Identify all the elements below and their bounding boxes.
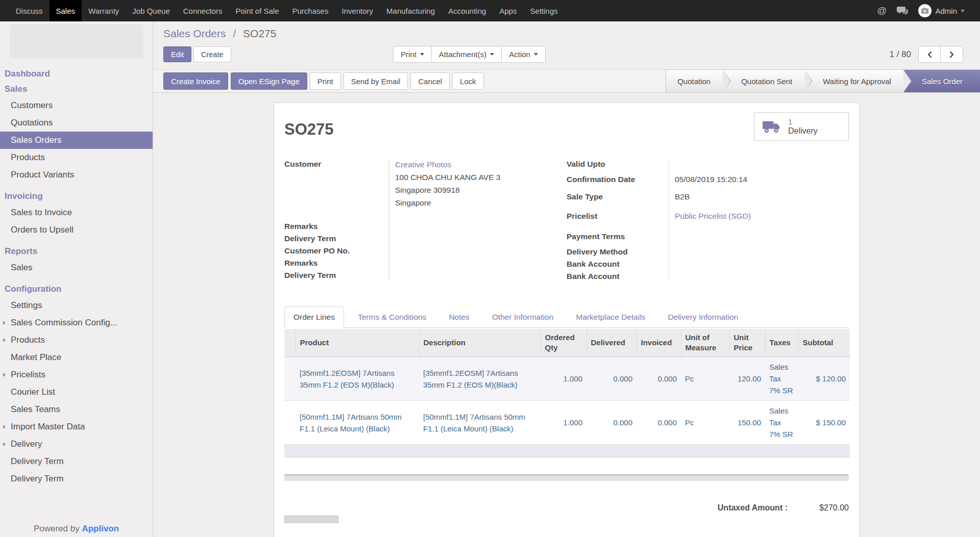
menu-warranty[interactable]: Warranty xyxy=(82,0,126,21)
sidebar-item-sales-teams[interactable]: Sales Teams xyxy=(0,401,153,418)
menu-accounting[interactable]: Accounting xyxy=(442,0,493,21)
group-separator xyxy=(389,159,389,282)
empty-line-row[interactable] xyxy=(284,445,850,457)
mentions-icon[interactable]: @ xyxy=(877,5,887,16)
chevron-down-icon xyxy=(534,53,538,56)
stage-waiting-for-approval[interactable]: Waiting for Approval xyxy=(804,70,903,92)
menu-inventory[interactable]: Inventory xyxy=(335,0,380,21)
cell-delivered: 0.000 xyxy=(586,401,636,445)
user-menu[interactable]: Admin xyxy=(918,4,965,17)
col-ordered-qty: Ordered Qty xyxy=(541,329,586,357)
cell-taxes: Sales Tax 7% SR xyxy=(765,401,798,445)
stage-sales-order[interactable]: Sales Order xyxy=(903,70,980,92)
customer-link[interactable]: Creative Photos xyxy=(395,158,567,171)
delivery-term2-label: Delivery Term xyxy=(284,269,389,282)
order-line-row[interactable]: [35mmf1.2EOSM] 7Artisans 35mm F1.2 (EOS … xyxy=(284,357,850,401)
customer-po-no-value xyxy=(389,245,567,257)
sidebar-item-products[interactable]: Products xyxy=(0,149,153,166)
pager-next-button[interactable] xyxy=(941,46,963,63)
pricelist-link[interactable]: Public Pricelist (SGD) xyxy=(669,210,849,222)
menu-job-queue[interactable]: Job Queue xyxy=(126,0,176,21)
cell-product: [35mmf1.2EOSM] 7Artisans 35mm F1.2 (EOS … xyxy=(296,357,419,401)
col-delivered: Delivered xyxy=(586,329,636,357)
sidebar-item-import-master-data[interactable]: Import Master Data xyxy=(0,418,153,436)
sidebar-item-delivery-term-1[interactable]: Delivery Term xyxy=(0,453,153,470)
expand-arrow-icon xyxy=(3,425,6,429)
remarks-label: Remarks xyxy=(284,220,389,233)
menu-discuss[interactable]: Discuss xyxy=(9,0,50,21)
cell-product: [50mmf1.1M] 7Artisans 50mm F1.1 (Leica M… xyxy=(296,401,419,445)
sidebar-item-courier-list[interactable]: Courier List xyxy=(0,383,153,401)
sidebar-header-invoicing: Invoicing xyxy=(0,189,153,204)
menu-purchases[interactable]: Purchases xyxy=(286,0,335,21)
sidebar-item-pricelists[interactable]: Pricelists xyxy=(0,366,153,383)
sidebar-header-configuration: Configuration xyxy=(0,282,153,297)
sidebar-item-sales-commission-config[interactable]: Sales Commission Config... xyxy=(0,314,153,331)
pager-previous-button[interactable] xyxy=(918,46,941,63)
notebook-tabs: Order Lines Terms & Conditions Notes Oth… xyxy=(284,307,849,328)
sidebar-item-customers[interactable]: Customers xyxy=(0,97,153,114)
menu-apps[interactable]: Apps xyxy=(493,0,523,21)
menu-manufacturing[interactable]: Manufacturing xyxy=(380,0,442,21)
sidebar-item-orders-to-upsell[interactable]: Orders to Upsell xyxy=(0,221,153,239)
confirmation-date-value: 05/08/2019 15:20:14 xyxy=(669,173,849,186)
partial-bottom-button[interactable] xyxy=(284,516,338,523)
print-dropdown-button[interactable]: Print xyxy=(393,46,432,63)
menu-connectors[interactable]: Connectors xyxy=(177,0,229,21)
open-esign-page-button[interactable]: Open ESign Page xyxy=(231,72,307,90)
tab-marketplace-details[interactable]: Marketplace Details xyxy=(567,307,654,327)
sidebar-item-product-variants[interactable]: Product Variants xyxy=(0,166,153,184)
action-dropdown-button[interactable]: Action xyxy=(502,46,546,63)
sidebar-item-delivery[interactable]: Delivery xyxy=(0,436,153,453)
create-button[interactable]: Create xyxy=(193,46,231,62)
sidebar-item-sales-to-invoice[interactable]: Sales to Invoice xyxy=(0,204,153,221)
cancel-button[interactable]: Cancel xyxy=(410,72,450,90)
sidebar-header-sales[interactable]: Sales xyxy=(0,82,153,97)
stage-quotation-sent[interactable]: Quotation Sent xyxy=(723,70,804,92)
breadcrumb-sales-orders[interactable]: Sales Orders xyxy=(163,28,226,39)
stage-quotation[interactable]: Quotation xyxy=(666,70,723,92)
order-line-row[interactable]: [50mmf1.1M] 7Artisans 50mm F1.1 (Leica M… xyxy=(284,401,850,445)
order-lines-table: Product Description Ordered Qty Delivere… xyxy=(284,329,850,457)
user-name: Admin xyxy=(935,7,957,15)
tab-terms-conditions[interactable]: Terms & Conditions xyxy=(349,307,435,327)
menu-point-of-sale[interactable]: Point of Sale xyxy=(229,0,285,21)
customer-address-line: 100 CHOA CHU KANG AVE 3 xyxy=(395,171,567,184)
send-by-email-button[interactable]: Send by Email xyxy=(344,72,408,90)
sidebar: Dashboard Sales Customers Quotations Sal… xyxy=(0,21,153,537)
sidebar-item-market-place[interactable]: Market Place xyxy=(0,349,153,366)
sidebar-item-delivery-term-2[interactable]: Delivery Term xyxy=(0,470,153,488)
form-sheet: SO275 1 Delivery Customer xyxy=(274,103,860,537)
untaxed-amount-label: Untaxed Amount : xyxy=(718,503,788,513)
sidebar-header-dashboard[interactable]: Dashboard xyxy=(0,66,153,82)
sidebar-item-config-products[interactable]: Products xyxy=(0,331,153,349)
applivon-link[interactable]: Applivon xyxy=(82,524,119,533)
tab-other-information[interactable]: Other Information xyxy=(483,307,562,327)
valid-upto-value xyxy=(669,158,849,170)
print-button[interactable]: Print xyxy=(310,72,341,90)
menu-settings[interactable]: Settings xyxy=(524,0,565,21)
edit-button[interactable]: Edit xyxy=(163,46,191,62)
confirmation-date-label: Confirmation Date xyxy=(567,173,669,186)
lock-button[interactable]: Lock xyxy=(452,72,484,90)
customer-address-line: Singapore 309918 xyxy=(395,184,567,196)
delivery-smart-button[interactable]: 1 Delivery xyxy=(754,112,849,141)
cell-subtotal: $ 120.00 xyxy=(798,357,850,401)
delivery-count: 1 xyxy=(788,117,818,126)
attachments-dropdown-button[interactable]: Attachment(s) xyxy=(432,46,502,63)
horizontal-scrollbar[interactable] xyxy=(284,474,849,481)
tab-order-lines[interactable]: Order Lines xyxy=(284,306,344,328)
sidebar-item-settings[interactable]: Settings xyxy=(0,297,153,314)
group-separator xyxy=(669,159,669,282)
sidebar-item-sales-orders[interactable]: Sales Orders xyxy=(0,132,153,149)
tab-notes[interactable]: Notes xyxy=(440,307,478,327)
customer-address-line: Singapore xyxy=(395,196,567,209)
tab-delivery-information[interactable]: Delivery Information xyxy=(659,307,747,327)
chat-bubbles-icon[interactable] xyxy=(897,6,908,15)
create-invoice-button[interactable]: Create Invoice xyxy=(163,72,228,90)
action-button-group: Print Attachment(s) Action xyxy=(393,46,546,63)
menu-sales[interactable]: Sales xyxy=(50,0,82,21)
sidebar-item-quotations[interactable]: Quotations xyxy=(0,114,153,132)
delivery-term-value xyxy=(389,233,567,245)
sidebar-item-sales-report[interactable]: Sales xyxy=(0,259,153,276)
